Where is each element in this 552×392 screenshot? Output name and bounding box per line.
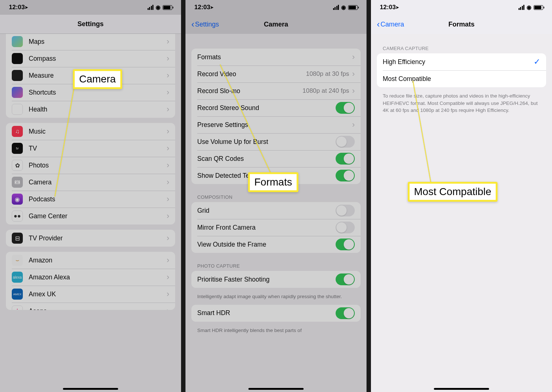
page-title: Settings [77, 20, 103, 28]
status-bar: 12:03 ◉ [0, 0, 181, 15]
row-grid[interactable]: Grid [191, 202, 361, 219]
row-scan-qr[interactable]: Scan QR Codes [191, 150, 361, 167]
photos-icon: ✿ [12, 160, 23, 171]
chevron-right-icon: › [167, 289, 169, 299]
row-photos[interactable]: ✿ Photos › [6, 157, 175, 174]
chevron-right-icon: › [167, 105, 169, 114]
row-label: Game Center [29, 212, 167, 220]
status-time: 12:03 [380, 4, 399, 11]
row-volume-burst[interactable]: Use Volume Up for Burst [191, 133, 361, 150]
toggle-switch[interactable] [336, 273, 355, 285]
row-label: TV Provider [29, 234, 167, 242]
chevron-right-icon: › [352, 86, 355, 96]
row-prioritise-faster[interactable]: Prioritise Faster Shooting [191, 271, 361, 288]
nav-header: Settings [0, 15, 181, 34]
chevron-right-icon: › [167, 54, 169, 63]
row-high-efficiency[interactable]: High Efficiency ✓ [377, 53, 546, 70]
wifi-icon: ◉ [156, 4, 160, 11]
home-indicator[interactable] [434, 388, 489, 390]
row-camera[interactable]: 📷︎ Camera › [6, 174, 175, 191]
compass-icon [12, 53, 23, 64]
row-formats[interactable]: Formats › [191, 49, 361, 66]
row-most-compatible[interactable]: Most Compatible [377, 70, 546, 87]
row-music[interactable]: ♫ Music › [6, 123, 175, 140]
chevron-right-icon: › [167, 272, 169, 282]
checkmark-icon: ✓ [534, 57, 540, 67]
toggle-switch[interactable] [336, 102, 355, 114]
alexa-icon: alexa [12, 272, 23, 283]
section-header-photo-capture: PHOTO CAPTURE [197, 263, 355, 269]
row-tv[interactable]: tv TV › [6, 140, 175, 157]
row-label: High Efficiency [383, 58, 534, 66]
toggle-switch[interactable] [336, 239, 355, 250]
cellular-icon [519, 5, 525, 10]
annotation-callout-most-compatible: Most Compatible [408, 182, 498, 202]
camera-icon: 📷︎ [12, 177, 23, 188]
toggle-switch[interactable] [336, 307, 355, 319]
row-amazon[interactable]: ⌣ Amazon › [6, 252, 175, 269]
row-value: 1080p at 30 fps [306, 70, 349, 78]
row-label: Music [29, 128, 167, 135]
status-right: ◉ [148, 4, 173, 11]
chevron-right-icon: › [352, 120, 355, 130]
row-asana[interactable]: ⋮ Asana › [6, 303, 175, 310]
row-view-outside-frame[interactable]: View Outside the Frame [191, 236, 361, 253]
chevron-right-icon: › [167, 255, 169, 265]
row-smart-hdr[interactable]: Smart HDR [191, 305, 361, 322]
home-indicator[interactable] [248, 388, 304, 390]
row-label: Formats [197, 53, 352, 61]
row-health[interactable]: ♥ Health › [6, 101, 175, 118]
row-podcasts[interactable]: ◉ Podcasts › [6, 191, 175, 208]
row-label: Podcasts [29, 195, 167, 203]
chevron-right-icon: › [167, 71, 169, 80]
chevron-right-icon: › [167, 233, 169, 243]
nav-header: ‹ Camera Formats [371, 15, 552, 34]
toggle-switch[interactable] [336, 222, 355, 233]
cellular-icon [148, 5, 154, 10]
shortcuts-icon [12, 87, 23, 98]
chevron-right-icon: › [167, 194, 169, 204]
row-amazon-alexa[interactable]: alexa Amazon Alexa › [6, 269, 175, 286]
row-compass[interactable]: Compass › [6, 50, 175, 67]
chevron-right-icon: › [167, 160, 169, 170]
toggle-switch[interactable] [336, 153, 355, 165]
page-title: Camera [264, 21, 288, 28]
home-indicator[interactable] [63, 388, 118, 390]
row-label: Most Compatible [383, 75, 540, 83]
row-game-center[interactable]: ●● Game Center › [6, 208, 175, 225]
row-maps[interactable]: Maps › [6, 34, 175, 50]
section-footer: Intelligently adapt image quality when r… [197, 293, 355, 300]
chevron-right-icon: › [167, 37, 169, 46]
measure-icon [12, 70, 23, 81]
row-mirror-front[interactable]: Mirror Front Camera [191, 219, 361, 236]
status-bar: 12:03 ◉ [185, 0, 367, 15]
row-record-slomo[interactable]: Record Slo-mo 1080p at 240 fps › [191, 82, 361, 99]
row-preserve-settings[interactable]: Preserve Settings › [191, 116, 361, 133]
row-amex-uk[interactable]: AMEX Amex UK › [6, 286, 175, 303]
battery-icon [348, 5, 358, 10]
page-title: Formats [448, 21, 474, 28]
battery-icon [163, 5, 172, 10]
wifi-icon: ◉ [341, 4, 346, 11]
tv-provider-icon: ⊟ [12, 233, 23, 244]
toggle-switch[interactable] [336, 205, 355, 216]
row-label: Photos [29, 162, 167, 169]
back-button[interactable]: ‹ Settings [191, 19, 219, 29]
health-icon: ♥ [12, 104, 23, 115]
chevron-right-icon: › [167, 211, 169, 221]
back-button[interactable]: ‹ Camera [377, 19, 404, 29]
formats-list[interactable]: CAMERA CAPTURE High Efficiency ✓ Most Co… [371, 34, 552, 392]
row-record-video[interactable]: Record Video 1080p at 30 fps › [191, 66, 361, 82]
status-right: ◉ [519, 4, 544, 11]
status-bar: 12:03 ◉ [371, 0, 552, 15]
row-label: Grid [197, 207, 336, 215]
row-label: Scan QR Codes [197, 155, 336, 163]
row-label: Health [29, 106, 167, 113]
camera-settings-list[interactable]: Formats › Record Video 1080p at 30 fps ›… [185, 34, 367, 392]
row-label: Asana [29, 307, 167, 310]
asana-icon: ⋮ [12, 306, 23, 310]
toggle-switch[interactable] [336, 136, 355, 148]
row-stereo-sound[interactable]: Record Stereo Sound [191, 99, 361, 116]
row-tv-provider[interactable]: ⊟ TV Provider › [6, 230, 175, 247]
toggle-switch[interactable] [336, 170, 355, 181]
